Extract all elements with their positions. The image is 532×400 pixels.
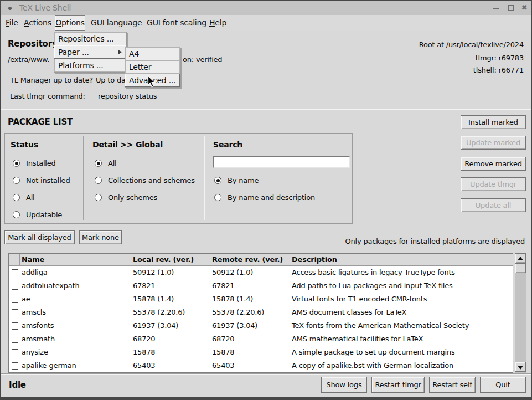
cell-description: A copy of apalike.bst with German locali… — [290, 359, 513, 372]
table-row-amsfonts[interactable]: amsfonts61937 (3.04)61937 (3.04)TeX font… — [9, 319, 513, 332]
detail-only-schemes-radio[interactable]: Only schemes — [95, 193, 213, 202]
restart-self-button[interactable]: Restart self — [429, 377, 476, 393]
cell-local-rev: 15878 — [131, 346, 210, 359]
restart-tlmgr-button[interactable]: Restart tlmgr — [371, 377, 425, 393]
radio-unselected-icon — [13, 177, 20, 184]
show-logs-button[interactable]: Show logs — [321, 377, 367, 393]
cell-local-rev: 68720 — [131, 332, 210, 346]
verification-status-text: on: verified — [183, 55, 222, 64]
menu-item-repositories[interactable]: Repositories ... — [54, 32, 126, 45]
quit-button[interactable]: Quit — [480, 377, 526, 393]
scroll-up-button[interactable] — [515, 253, 526, 263]
tlshell-revision-text: tlshell: r66771 — [473, 66, 524, 74]
package-checkbox[interactable] — [12, 309, 18, 316]
cell-description: AMS mathematical facilities for LaTeX — [290, 332, 513, 346]
menubar-item-options[interactable]: Options — [55, 15, 85, 31]
package-checkbox[interactable] — [12, 349, 18, 356]
package-checkbox[interactable] — [12, 322, 18, 330]
install-marked-button[interactable]: Install marked — [461, 115, 526, 129]
cell-name: amscls — [20, 306, 131, 319]
cell-remote-rev: 50912 (1.0) — [210, 266, 290, 279]
detail-all-radio[interactable]: All — [95, 159, 213, 168]
cell-local-rev: 67821 — [131, 279, 210, 293]
menubar-item-help[interactable]: Help — [209, 15, 226, 31]
menubar-item-gui-font-scaling[interactable]: GUI font scaling — [147, 15, 206, 31]
column-header-checkbox — [9, 254, 20, 266]
cell-description: Access basic ligatures in legacy TrueTyp… — [290, 266, 513, 279]
status-all-label: All — [26, 193, 35, 202]
update-all-button: Update all — [461, 198, 526, 212]
maximize-button-icon[interactable] — [508, 5, 514, 11]
package-checkbox[interactable] — [12, 296, 18, 303]
cell-local-rev: 15878 (1.4) — [131, 293, 210, 306]
table-row-amsmath[interactable]: amsmath6872068720AMS mathematical facili… — [9, 332, 513, 346]
submenu-item-a4[interactable]: A4 — [125, 47, 180, 60]
checkbox-cell — [9, 332, 20, 346]
table-row-anysize[interactable]: anysize1587815878A simple package to set… — [9, 346, 513, 359]
column-header-remote-rev-ver: Remote rev. (ver.) — [210, 254, 290, 266]
cell-description: A simple package to set up document marg… — [290, 346, 513, 359]
search-by-name-and-description-radio[interactable]: By name and description — [214, 193, 333, 202]
radio-unselected-icon — [214, 194, 221, 201]
minimize-button-icon[interactable] — [493, 8, 499, 9]
search-group-label: Search — [213, 140, 242, 149]
search-by-name-radio[interactable]: By name — [214, 176, 333, 185]
status-text: Idle — [9, 380, 26, 390]
package-checkbox[interactable] — [12, 269, 18, 276]
cell-name: amsfonts — [20, 319, 131, 332]
table-row-amscls[interactable]: amscls55378 (2.20.6)55378 (2.20.6)AMS do… — [9, 306, 513, 319]
menu-item-platforms[interactable]: Platforms ... — [54, 59, 126, 72]
submenu-item-letter[interactable]: Letter — [125, 60, 180, 74]
cell-name: ae — [20, 293, 131, 306]
package-checkbox[interactable] — [12, 283, 18, 290]
last-command-label: Last tlmgr command: — [10, 92, 85, 100]
platforms-note-text: Only packages for installed platforms ar… — [345, 237, 525, 245]
column-header-name: Name — [20, 254, 131, 266]
last-command-value: repository status — [98, 92, 157, 100]
checkbox-cell — [9, 279, 20, 293]
status-updatable-radio[interactable]: Updatable — [13, 211, 131, 219]
radio-unselected-icon — [13, 194, 20, 201]
menubar-item-actions[interactable]: Actions — [24, 15, 51, 31]
radio-dot — [97, 162, 100, 165]
tl-manager-label: TL Manager up to date? — [10, 76, 93, 84]
status-not-installed-label: Not installed — [26, 176, 70, 184]
cell-description: Add paths to Lua packages and input TeX … — [290, 279, 513, 293]
remove-marked-button[interactable]: Remove marked — [461, 157, 526, 171]
close-button-icon[interactable]: ✖ — [520, 3, 528, 12]
detail-group-label: Detail >> Global — [92, 140, 163, 149]
scrollbar-thumb[interactable] — [515, 263, 526, 273]
table-row-addtoluatexpath[interactable]: addtoluatexpath6782167821Add paths to Lu… — [9, 279, 513, 293]
table-row-apalike-german[interactable]: apalike-german6540365403A copy of apalik… — [9, 359, 513, 372]
scroll-down-button[interactable] — [515, 362, 526, 372]
table-row-ae[interactable]: ae15878 (1.4)15878 (1.4)Virtual fonts fo… — [9, 293, 513, 306]
options-menu: Repositories ...Paper ...Platforms ... — [54, 32, 127, 73]
package-checkbox[interactable] — [12, 336, 18, 343]
mouse-cursor-icon — [147, 75, 156, 88]
update-tlmgr-button: Update tlmgr — [461, 177, 526, 191]
separator-line — [1, 373, 531, 375]
repository-heading: Repository — [8, 39, 58, 49]
package-checkbox[interactable] — [12, 362, 18, 370]
detail-collections-and-schemes-label: Collections and schemes — [108, 176, 195, 184]
app-icon — [8, 7, 12, 10]
cell-remote-rev: 67821 — [210, 279, 290, 293]
menu-bar: FileActionsOptionsGUI languageGUI font s… — [1, 15, 531, 31]
menu-item-paper[interactable]: Paper ... — [54, 45, 126, 59]
vertical-scrollbar[interactable] — [515, 253, 526, 373]
search-input[interactable] — [213, 156, 350, 168]
menubar-item-gui-language[interactable]: GUI language — [91, 15, 142, 31]
mark-none-button[interactable]: Mark none — [79, 230, 122, 244]
checkbox-cell — [9, 346, 20, 359]
table-row-addliga[interactable]: addliga50912 (1.0)50912 (1.0)Access basi… — [9, 266, 513, 279]
texlive-shell-window: TeX Live Shell ✖ FileActionsOptionsGUI l… — [0, 0, 532, 400]
checkbox-cell — [9, 359, 20, 372]
separator-line — [1, 109, 531, 110]
checkbox-cell — [9, 266, 20, 279]
detail-collections-and-schemes-radio[interactable]: Collections and schemes — [95, 176, 213, 185]
radio-dot — [15, 162, 18, 165]
menubar-item-file[interactable]: File — [6, 15, 18, 31]
mark-all-displayed-button[interactable]: Mark all displayed — [4, 230, 75, 244]
cell-name: apalike-german — [20, 359, 131, 372]
cell-remote-rev: 65403 — [210, 359, 290, 372]
